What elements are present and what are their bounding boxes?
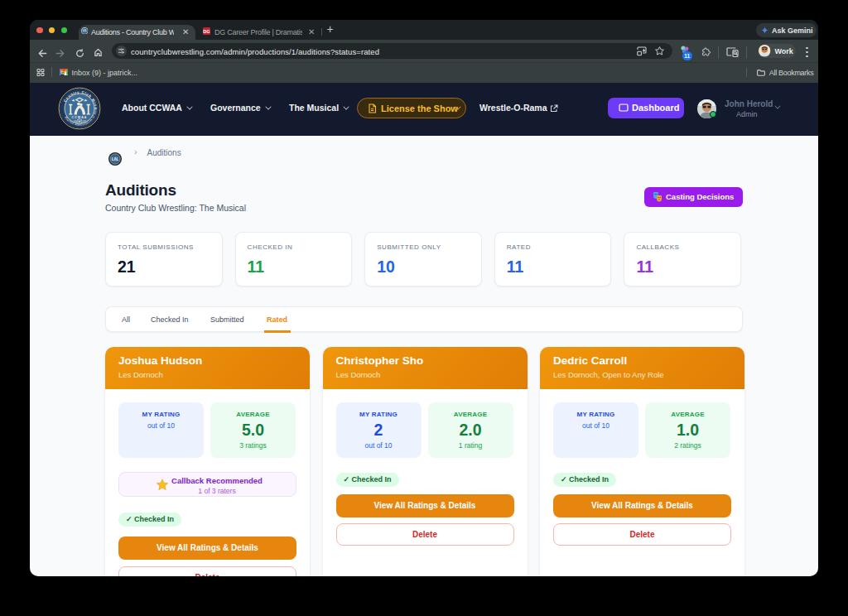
svg-text:DG: DG: [203, 29, 210, 34]
svg-text:CCWAA: CCWAA: [71, 115, 87, 118]
svg-text:32: 32: [83, 120, 86, 123]
svg-text:Inc: Inc: [60, 73, 64, 76]
svg-text:19: 19: [74, 120, 77, 123]
svg-text:LΛL: LΛL: [112, 157, 119, 161]
svg-text:LΛL: LΛL: [82, 29, 86, 32]
